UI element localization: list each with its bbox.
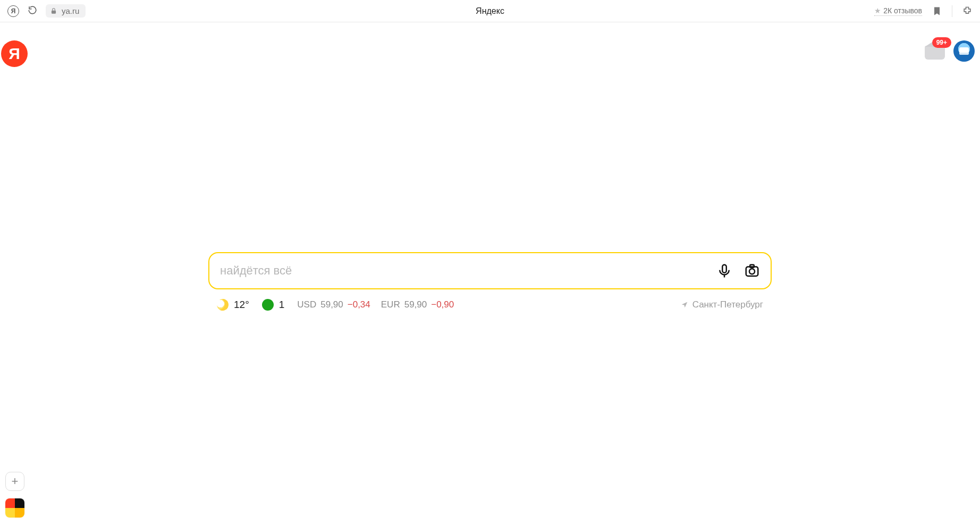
rate-code: USD: [297, 299, 316, 310]
tab-title: Яндекс: [476, 6, 504, 16]
rate-delta: −0,34: [348, 299, 370, 310]
add-shortcut-button[interactable]: +: [5, 472, 24, 491]
search-box: [208, 252, 772, 289]
currency-rates[interactable]: USD 59,90 −0,34 EUR 59,90 −0,90: [297, 299, 454, 310]
image-search-icon[interactable]: [744, 263, 760, 279]
yandex-logo[interactable]: Я: [1, 40, 28, 67]
lock-icon: [50, 7, 57, 15]
rate-value: 59,90: [320, 299, 343, 310]
address-bar[interactable]: ya.ru: [46, 4, 86, 18]
sidebar-dock: +: [5, 472, 24, 518]
page: Я 99+: [0, 22, 980, 525]
rate-code: EUR: [381, 299, 400, 310]
rate-delta: −0,90: [431, 299, 454, 310]
rate-eur: EUR 59,90 −0,90: [381, 299, 454, 310]
reload-button[interactable]: [28, 5, 37, 17]
mail-badge: 99+: [932, 37, 951, 48]
star-icon: ★: [874, 6, 881, 15]
extensions-icon[interactable]: [962, 6, 973, 16]
weather-icon: [215, 297, 230, 312]
info-bar: 12° 1 USD 59,90 −0,34 EUR 59,90 −0,90: [208, 299, 772, 311]
traffic-widget[interactable]: 1: [262, 299, 285, 311]
svg-rect-0: [52, 10, 56, 13]
search-area: 12° 1 USD 59,90 −0,34 EUR 59,90 −0,90: [208, 252, 772, 311]
chrome-right: ★ 2К отзывов: [874, 5, 973, 17]
avatar[interactable]: [953, 40, 975, 62]
voice-search-icon[interactable]: [716, 263, 732, 279]
search-actions: [716, 263, 760, 279]
search-input[interactable]: [220, 264, 716, 278]
svg-rect-1: [722, 265, 726, 273]
dock-app-tile[interactable]: [5, 498, 24, 518]
tile-quadrant: [5, 508, 15, 518]
mail-button[interactable]: 99+: [925, 43, 946, 60]
rate-value: 59,90: [404, 299, 427, 310]
chrome-left: Я ya.ru: [7, 4, 86, 18]
weather-widget[interactable]: 12°: [217, 299, 249, 311]
address-bar-text: ya.ru: [62, 6, 79, 15]
location-icon: [681, 301, 688, 309]
rate-usd: USD 59,90 −0,34: [297, 299, 370, 310]
header-actions: 99+: [925, 40, 975, 62]
divider: [952, 5, 952, 17]
traffic-status-icon: [262, 299, 274, 311]
reviews-link[interactable]: ★ 2К отзывов: [874, 6, 922, 16]
reload-icon: [28, 5, 37, 15]
browser-chrome: Я ya.ru Яндекс ★ 2К отзывов: [0, 0, 980, 22]
browser-home-icon[interactable]: Я: [7, 5, 19, 17]
geo-label: Санкт-Петербург: [692, 299, 763, 310]
yandex-logo-letter: Я: [9, 45, 20, 63]
tile-quadrant: [5, 498, 15, 508]
tile-quadrant: [15, 508, 24, 518]
svg-point-4: [749, 269, 755, 274]
reviews-label: 2К отзывов: [883, 6, 922, 15]
traffic-level: 1: [279, 299, 285, 311]
tile-quadrant: [15, 498, 24, 508]
bookmark-icon[interactable]: [932, 6, 942, 16]
weather-temp: 12°: [234, 299, 249, 311]
geo-widget[interactable]: Санкт-Петербург: [681, 299, 763, 310]
